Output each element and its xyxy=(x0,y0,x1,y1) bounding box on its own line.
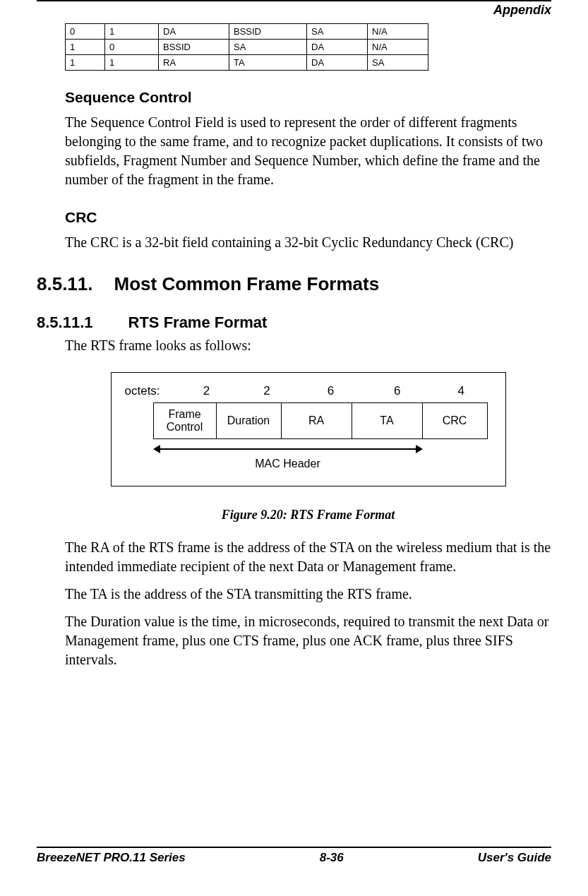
footer-right: User's Guide xyxy=(478,851,551,865)
paragraph: The Duration value is the time, in micro… xyxy=(65,612,551,669)
subsection-title: RTS Frame Format xyxy=(128,313,268,331)
header-label: Appendix xyxy=(37,3,551,18)
frame-field: FrameControl xyxy=(153,402,217,439)
cell: BSSID xyxy=(229,24,307,40)
octet-value: 2 xyxy=(176,384,236,398)
rts-figure: octets: 2 2 6 6 4 FrameControl Duration … xyxy=(111,372,506,486)
cell: 1 xyxy=(66,55,105,71)
sequence-control-body: The Sequence Control Field is used to re… xyxy=(65,113,551,189)
cell: 1 xyxy=(105,24,159,40)
crc-heading: CRC xyxy=(65,209,551,226)
cell: 1 xyxy=(105,55,159,71)
cell: DA xyxy=(307,55,368,71)
octets-row: octets: 2 2 6 6 4 xyxy=(125,384,492,398)
address-table: 0 1 DA BSSID SA N/A 1 0 BSSID SA DA N/A … xyxy=(65,23,428,71)
octets-label: octets: xyxy=(125,384,176,398)
crc-body: The CRC is a 32-bit field containing a 3… xyxy=(65,233,551,252)
section-heading: 8.5.11.Most Common Frame Formats xyxy=(37,273,551,295)
octet-value: 4 xyxy=(431,384,492,398)
footer-left: BreezeNET PRO.11 Series xyxy=(37,851,186,865)
frame-field: TA xyxy=(352,402,423,439)
cell: DA xyxy=(159,24,229,40)
octet-value: 6 xyxy=(364,384,431,398)
cell: 0 xyxy=(105,40,159,55)
octet-value: 2 xyxy=(236,384,298,398)
cell: SA xyxy=(368,55,428,71)
subsection-number: 8.5.11.1 xyxy=(37,313,93,332)
cell: RA xyxy=(159,55,229,71)
table-row: 1 1 RA TA DA SA xyxy=(66,55,428,71)
cell: 1 xyxy=(66,40,105,55)
cell: N/A xyxy=(368,40,428,55)
sequence-control-heading: Sequence Control xyxy=(65,89,551,106)
frame-field: CRC xyxy=(423,402,488,439)
table-row: 1 0 BSSID SA DA N/A xyxy=(66,40,428,55)
mac-header-label: MAC Header xyxy=(153,458,423,470)
frame-row: FrameControl Duration RA TA CRC xyxy=(153,402,492,439)
footer-rule xyxy=(37,847,551,848)
cell: BSSID xyxy=(159,40,229,55)
cell: TA xyxy=(229,55,307,71)
figure-caption: Figure 9.20: RTS Frame Format xyxy=(65,508,551,522)
subsection-heading: 8.5.11.1RTS Frame Format xyxy=(37,313,551,332)
paragraph: The TA is the address of the STA transmi… xyxy=(65,585,551,604)
cell: N/A xyxy=(368,24,428,40)
section-number: 8.5.11. xyxy=(37,273,93,295)
paragraph: The RA of the RTS frame is the address o… xyxy=(65,538,551,576)
footer: BreezeNET PRO.11 Series 8-36 User's Guid… xyxy=(37,847,551,865)
frame-field: Duration xyxy=(217,402,282,439)
footer-center: 8-36 xyxy=(320,851,344,865)
mac-header-arrow xyxy=(153,443,423,455)
cell: SA xyxy=(307,24,368,40)
subsection-intro: The RTS frame looks as follows: xyxy=(65,338,551,354)
cell: 0 xyxy=(66,24,105,40)
section-title: Most Common Frame Formats xyxy=(114,273,380,294)
cell: SA xyxy=(229,40,307,55)
frame-field: RA xyxy=(282,402,352,439)
header-rule xyxy=(37,0,551,1)
table-row: 0 1 DA BSSID SA N/A xyxy=(66,24,428,40)
cell: DA xyxy=(307,40,368,55)
octet-value: 6 xyxy=(297,384,364,398)
